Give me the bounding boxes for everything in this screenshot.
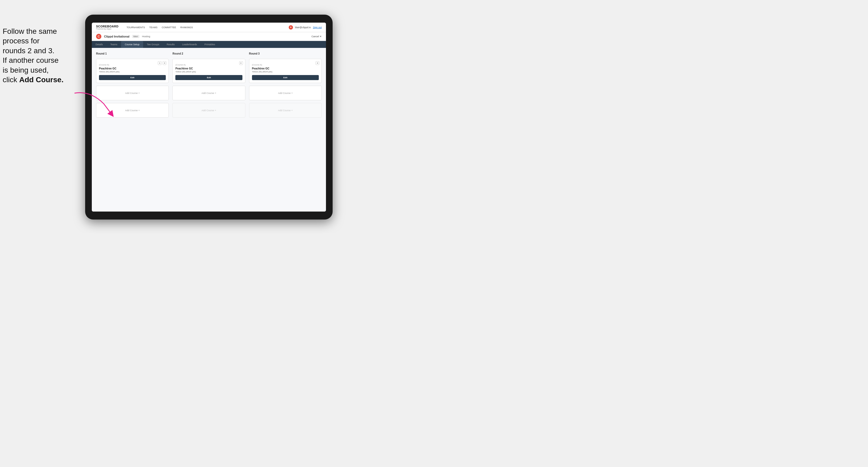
round-1-course-tag: (Course A) xyxy=(99,64,109,66)
round-3-course-name: Peachtree GC xyxy=(252,67,319,70)
tab-leaderboards[interactable]: Leaderboards xyxy=(179,41,201,48)
instruction-line6: click Add Course. xyxy=(3,75,64,84)
avatar: B xyxy=(289,25,293,30)
round-3-delete-icon[interactable]: ✕ xyxy=(316,61,319,65)
tab-course-setup[interactable]: Course Setup xyxy=(121,41,143,48)
sub-logo: C xyxy=(96,34,101,39)
tablet-screen: SCOREBOARD Powered by clippd TOURNAMENTS… xyxy=(92,23,326,212)
round-1-drag-icon[interactable]: ≡ xyxy=(158,61,161,65)
instruction-line2: process for xyxy=(3,37,40,45)
nav-links: TOURNAMENTS TEAMS COMMITTEE RANKINGS xyxy=(126,26,193,29)
tab-printables[interactable]: Printables xyxy=(200,41,219,48)
round-2-add-course-button[interactable]: Add Course + xyxy=(173,86,245,100)
round-1-course-card: (Course A) ≡ ✕ Peachtree GC Yellow (M) (… xyxy=(96,59,169,83)
tablet-device: SCOREBOARD Powered by clippd TOURNAMENTS… xyxy=(85,14,333,220)
round-2-add-course-label: Add Course + xyxy=(202,92,216,94)
sign-out-link[interactable]: Sign out xyxy=(313,26,322,29)
tab-results[interactable]: Results xyxy=(163,41,179,48)
round-1-course-name: Peachtree GC xyxy=(99,67,166,70)
tab-tee-groups[interactable]: Tee Groups xyxy=(143,41,163,48)
round-2-add-course-label-2: Add Course + xyxy=(202,109,216,112)
brand: SCOREBOARD Powered by clippd xyxy=(96,25,118,30)
round-3-add-course-label-2: Add Course + xyxy=(278,109,293,112)
round-3-course-card: (Course A) ✕ Peachtree GC Yellow (M) (66… xyxy=(249,59,322,83)
brand-sub: Powered by clippd xyxy=(96,28,118,30)
round-1-add-course-button-2[interactable]: Add Course + xyxy=(96,103,169,118)
hosting-status: Hosting xyxy=(142,35,150,38)
round-2-column: Round 2 (Course A) ✕ Peachtree GC Yellow… xyxy=(173,52,245,118)
round-2-edit-button[interactable]: Edit xyxy=(175,75,242,80)
round-3-course-details: Yellow (M) (6629 yds) xyxy=(252,70,319,73)
round-3-add-course-button-2: Add Course + xyxy=(249,103,322,118)
user-email: blair@clippd.io xyxy=(295,26,311,29)
nav-committee[interactable]: COMMITTEE xyxy=(162,26,176,29)
instruction-line4: If another course xyxy=(3,56,59,64)
round-1-add-course-button[interactable]: Add Course + xyxy=(96,86,169,100)
round-2-course-name: Peachtree GC xyxy=(175,67,242,70)
sub-header: C Clippd Invitational Men Hosting Cancel… xyxy=(92,32,326,41)
round-3-edit-button[interactable]: Edit xyxy=(252,75,319,80)
nav-rankings[interactable]: RANKINGS xyxy=(180,26,193,29)
round-2-delete-icon[interactable]: ✕ xyxy=(239,61,243,65)
main-content: Round 1 (Course A) ≡ ✕ Peachtree GC Yell… xyxy=(92,48,326,212)
round-1-column: Round 1 (Course A) ≡ ✕ Peachtree GC Yell… xyxy=(96,52,169,118)
round-1-delete-icon[interactable]: ✕ xyxy=(163,61,166,65)
gender-badge: Men xyxy=(132,35,140,38)
tab-teams[interactable]: Teams xyxy=(107,41,121,48)
round-2-label: Round 2 xyxy=(173,52,245,55)
round-3-column: Round 3 (Course A) ✕ Peachtree GC Yellow… xyxy=(249,52,322,118)
instruction-line3: rounds 2 and 3. xyxy=(3,46,55,55)
round-3-label: Round 3 xyxy=(249,52,322,55)
nav-tournaments[interactable]: TOURNAMENTS xyxy=(126,26,145,29)
instruction-line1: Follow the same xyxy=(3,27,57,35)
round-1-edit-button[interactable]: Edit xyxy=(99,75,166,80)
instruction-text: Follow the same process for rounds 2 and… xyxy=(0,27,77,85)
tournament-title: Clippd Invitational xyxy=(104,35,129,38)
nav-right: B blair@clippd.io Sign out xyxy=(289,25,322,30)
top-nav: SCOREBOARD Powered by clippd TOURNAMENTS… xyxy=(92,23,326,32)
rounds-grid: Round 1 (Course A) ≡ ✕ Peachtree GC Yell… xyxy=(96,52,322,118)
round-1-add-course-label: Add Course + xyxy=(125,92,140,94)
round-3-add-course-label: Add Course + xyxy=(278,92,293,94)
cancel-button[interactable]: Cancel ✕ xyxy=(311,35,322,38)
round-1-add-course-label-2: Add Course + xyxy=(125,109,140,112)
round-2-course-tag: (Course A) xyxy=(175,64,185,66)
round-3-add-course-button[interactable]: Add Course + xyxy=(249,86,322,100)
round-2-add-course-button-2: Add Course + xyxy=(173,103,245,118)
round-2-course-card: (Course A) ✕ Peachtree GC Yellow (M) (66… xyxy=(173,59,245,83)
round-3-course-tag: (Course A) xyxy=(252,64,262,66)
tab-details[interactable]: Details xyxy=(92,41,107,48)
tab-bar: Details Teams Course Setup Tee Groups Re… xyxy=(92,41,326,48)
round-2-course-details: Yellow (M) (6629 yds) xyxy=(175,70,242,73)
instruction-line5: is being used, xyxy=(3,66,49,74)
nav-teams[interactable]: TEAMS xyxy=(149,26,158,29)
round-1-course-details: Yellow (M) (6629 yds) xyxy=(99,70,166,73)
brand-title: SCOREBOARD xyxy=(96,25,118,28)
round-1-label: Round 1 xyxy=(96,52,169,55)
